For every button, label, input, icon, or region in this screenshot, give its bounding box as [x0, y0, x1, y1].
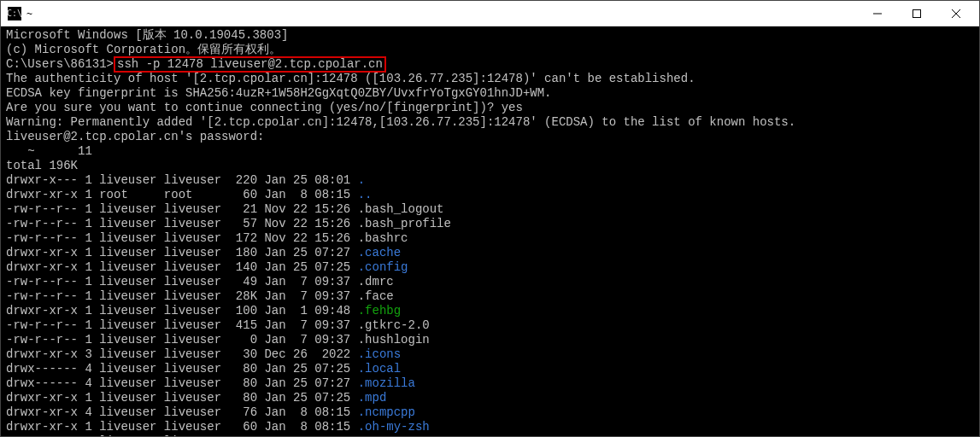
close-button[interactable] [936, 1, 976, 26]
window-title: ~ [26, 8, 32, 20]
minimize-button[interactable] [858, 1, 897, 26]
ls-row: -rw-r--r-- 1 liveuser liveuser 21 Nov 22… [6, 202, 974, 217]
svg-rect-0 [913, 9, 921, 17]
output-line: total 196K [6, 159, 974, 173]
output-line: Warning: Permanently added '[2.tcp.cpola… [6, 115, 974, 130]
ls-row: drwxr-xr-x 1 liveuser liveuser 140 Jan 2… [6, 260, 974, 275]
ls-name: .oh-my-zsh [358, 420, 430, 434]
ls-meta: -rw-r--r-- 1 liveuser liveuser 172 Nov 2… [6, 231, 358, 245]
close-icon [952, 9, 960, 18]
ls-row: drwxr-xr-x 1 liveuser liveuser 80 Jan 25… [6, 391, 974, 405]
ls-name: .bashrc [358, 231, 408, 245]
ls-meta: drwxr-xr-x 3 liveuser liveuser 30 Dec 26… [6, 347, 358, 361]
ls-row: drwx------ 4 liveuser liveuser 80 Jan 25… [6, 376, 974, 391]
ls-row: -rw-r--r-- 1 liveuser liveuser 49 Jan 7 … [6, 275, 974, 289]
ls-name: .mozilla [358, 376, 415, 390]
ls-name: . [358, 173, 365, 187]
ls-name: .mpd [358, 391, 387, 405]
ls-meta: drwxr-xr-x 1 liveuser liveuser 80 Jan 25… [6, 391, 358, 405]
ls-row: drwxr-x--- 1 liveuser liveuser 220 Jan 2… [6, 173, 974, 188]
ls-name: .. [358, 188, 373, 201]
prompt-line: C:\Users\86131>ssh -p 12478 liveuser@2.t… [6, 57, 974, 72]
ls-name: .bash_profile [358, 217, 451, 230]
ls-name: .fehbg [358, 304, 401, 318]
highlighted-command: ssh -p 12478 liveuser@2.tcp.cpolar.cn [114, 56, 386, 73]
ls-row: -rw-r--r-- 1 liveuser liveuser 172 Nov 2… [6, 231, 974, 246]
output-line: Are you sure you want to continue connec… [6, 101, 974, 115]
ls-name: .ncmpcpp [358, 405, 415, 419]
output-line: ECDSA key fingerprint is SHA256:4uzR+1W5… [6, 86, 974, 101]
ls-meta: drwx------ 4 liveuser liveuser 80 Jan 25… [6, 362, 358, 376]
maximize-button[interactable] [897, 1, 936, 26]
ls-meta: -rw-r--r-- 1 liveuser liveuser 49 Jan 7 … [6, 275, 358, 288]
ls-row: drwx------ 4 liveuser liveuser 80 Jan 25… [6, 362, 974, 376]
ls-row: -rw-r--r-- 1 liveuser liveuser 415 Jan 7… [6, 318, 974, 333]
ls-meta: drwxr-xr-x 1 liveuser liveuser 180 Jan 2… [6, 246, 358, 259]
ls-name: .config [358, 260, 408, 274]
ls-name: .hushlogin [358, 333, 430, 347]
ls-meta: -rw-r--r-- 1 liveuser liveuser 0 Jan 7 0… [6, 333, 358, 347]
output-line: The authenticity of host '[2.tcp.cpolar.… [6, 72, 974, 86]
ls-name: .gtkrc-2.0 [358, 318, 430, 332]
ls-meta: drwxr-xr-x 1 liveuser liveuser 100 Jan 1… [6, 304, 358, 318]
ls-row: drwxr-xr-x 1 liveuser liveuser 60 Jan 8 … [6, 420, 974, 434]
prompt: C:\Users\86131> [6, 57, 114, 71]
ls-row: drwxr-xr-x 4 liveuser liveuser 76 Jan 8 … [6, 405, 974, 420]
ls-meta: drwxr-x--- 1 liveuser liveuser 220 Jan 2… [6, 173, 358, 187]
ls-row: drwxr-xr-x 1 root root 60 Jan 8 08:15 .. [6, 188, 974, 202]
ls-row: drwxr-xr-x 1 liveuser liveuser 180 Jan 2… [6, 246, 974, 260]
ls-name: .icons [358, 347, 401, 361]
command-prompt-window: C:\ ~ Microsoft Windows [版本 10.0.19045.3… [0, 0, 980, 437]
ls-meta: -rw-r--r-- 1 liveuser liveuser 21 Nov 22… [6, 202, 358, 216]
ls-meta: -rw-r--r-- 1 liveuser liveuser 3.7K Aug … [6, 434, 358, 436]
banner-line: (c) Microsoft Corporation。保留所有权利。 [6, 43, 974, 57]
ls-name: .cache [358, 246, 401, 259]
terminal-output[interactable]: Microsoft Windows [版本 10.0.19045.3803](c… [1, 26, 979, 436]
ls-row: -rw-r--r-- 1 liveuser liveuser 0 Jan 7 0… [6, 333, 974, 347]
maximize-icon [913, 9, 921, 18]
ls-meta: -rw-r--r-- 1 liveuser liveuser 28K Jan 7… [6, 289, 358, 303]
ls-row: drwxr-xr-x 3 liveuser liveuser 30 Dec 26… [6, 347, 974, 362]
ls-name: .face [358, 289, 394, 303]
ls-row: -rw-r--r-- 1 liveuser liveuser 57 Nov 22… [6, 217, 974, 231]
ls-row: -rw-r--r-- 1 liveuser liveuser 3.7K Aug … [6, 434, 974, 436]
ls-name: .bash_logout [358, 202, 444, 216]
ls-meta: -rw-r--r-- 1 liveuser liveuser 415 Jan 7… [6, 318, 358, 332]
output-line: liveuser@2.tcp.cpolar.cn's password: [6, 130, 974, 144]
ls-meta: drwx------ 4 liveuser liveuser 80 Jan 25… [6, 376, 358, 390]
cmd-icon: C:\ [8, 7, 21, 20]
ls-name: .local [358, 362, 401, 376]
ls-meta: -rw-r--r-- 1 liveuser liveuser 57 Nov 22… [6, 217, 358, 230]
ls-meta: drwxr-xr-x 1 liveuser liveuser 60 Jan 8 … [6, 420, 358, 434]
ls-name: .dmrc [358, 275, 394, 288]
output-line: ~ 11 [6, 144, 974, 159]
minimize-icon [873, 9, 882, 18]
title-bar[interactable]: C:\ ~ [1, 1, 979, 26]
ls-row: drwxr-xr-x 1 liveuser liveuser 100 Jan 1… [6, 304, 974, 318]
ls-meta: drwxr-xr-x 4 liveuser liveuser 76 Jan 8 … [6, 405, 358, 419]
ls-meta: drwxr-xr-x 1 liveuser liveuser 140 Jan 2… [6, 260, 358, 274]
ls-meta: drwxr-xr-x 1 root root 60 Jan 8 08:15 [6, 188, 358, 201]
banner-line: Microsoft Windows [版本 10.0.19045.3803] [6, 28, 974, 43]
ls-row: -rw-r--r-- 1 liveuser liveuser 28K Jan 7… [6, 289, 974, 304]
ls-name: .screenrc [358, 434, 423, 436]
